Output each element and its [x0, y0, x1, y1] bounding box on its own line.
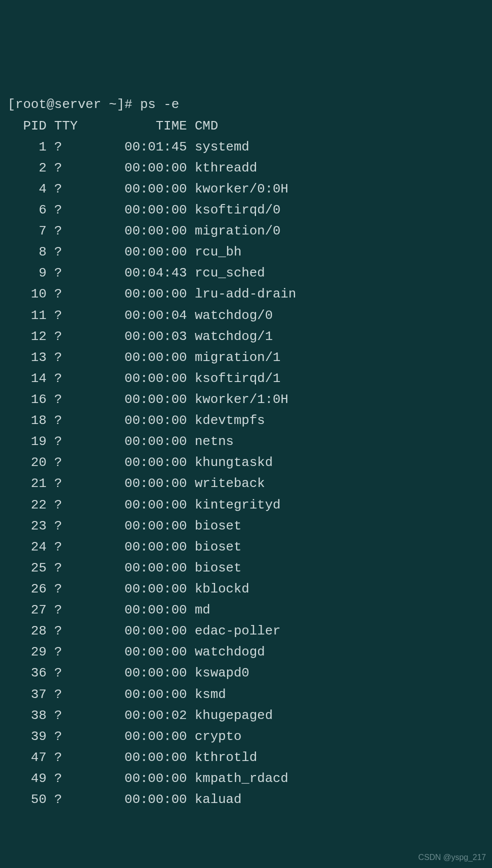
ps-row: 20 ? 00:00:00 khungtaskd	[8, 452, 484, 473]
ps-row: 26 ? 00:00:00 kblockd	[8, 578, 484, 600]
ps-row: 11 ? 00:00:04 watchdog/0	[8, 305, 484, 326]
ps-row: 6 ? 00:00:00 ksoftirqd/0	[8, 200, 484, 220]
shell-prompt: [root@server ~]#	[8, 97, 140, 112]
ps-row: 4 ? 00:00:00 kworker/0:0H	[8, 178, 484, 200]
ps-row: 13 ? 00:00:00 migration/1	[8, 347, 484, 368]
ps-rows-container: 1 ? 00:01:45 systemd 2 ? 00:00:00 kthrea…	[8, 136, 484, 810]
ps-row: 36 ? 00:00:00 kswapd0	[8, 662, 484, 684]
ps-header-row: PID TTY TIME CMD	[8, 116, 484, 136]
ps-row: 25 ? 00:00:00 bioset	[8, 558, 484, 578]
ps-row: 19 ? 00:00:00 netns	[8, 431, 484, 452]
ps-row: 29 ? 00:00:00 watchdogd	[8, 642, 484, 662]
ps-row: 49 ? 00:00:00 kmpath_rdacd	[8, 768, 484, 789]
ps-row: 27 ? 00:00:00 md	[8, 600, 484, 620]
ps-row: 37 ? 00:00:00 ksmd	[8, 684, 484, 705]
ps-row: 50 ? 00:00:00 kaluad	[8, 789, 484, 810]
ps-row: 1 ? 00:01:45 systemd	[8, 136, 484, 158]
ps-row: 14 ? 00:00:00 ksoftirqd/1	[8, 368, 484, 389]
ps-row: 23 ? 00:00:00 bioset	[8, 516, 484, 536]
ps-row: 16 ? 00:00:00 kworker/1:0H	[8, 389, 484, 410]
ps-row: 24 ? 00:00:00 bioset	[8, 536, 484, 558]
ps-row: 12 ? 00:00:03 watchdog/1	[8, 326, 484, 347]
ps-row: 38 ? 00:00:02 khugepaged	[8, 705, 484, 726]
ps-row: 21 ? 00:00:00 writeback	[8, 473, 484, 494]
ps-row: 8 ? 00:00:00 rcu_bh	[8, 242, 484, 262]
ps-row: 9 ? 00:04:43 rcu_sched	[8, 262, 484, 284]
command-text: ps -e	[140, 97, 179, 112]
ps-row: 47 ? 00:00:00 kthrotld	[8, 747, 484, 768]
watermark-text: CSDN @yspg_217	[418, 851, 486, 864]
ps-row: 2 ? 00:00:00 kthreadd	[8, 158, 484, 178]
prompt-line[interactable]: [root@server ~]# ps -e	[8, 94, 484, 115]
ps-row: 7 ? 00:00:00 migration/0	[8, 220, 484, 242]
ps-row: 10 ? 00:00:00 lru-add-drain	[8, 284, 484, 304]
ps-row: 28 ? 00:00:00 edac-poller	[8, 620, 484, 642]
ps-row: 39 ? 00:00:00 crypto	[8, 726, 484, 747]
ps-row: 22 ? 00:00:00 kintegrityd	[8, 494, 484, 516]
ps-row: 18 ? 00:00:00 kdevtmpfs	[8, 410, 484, 431]
